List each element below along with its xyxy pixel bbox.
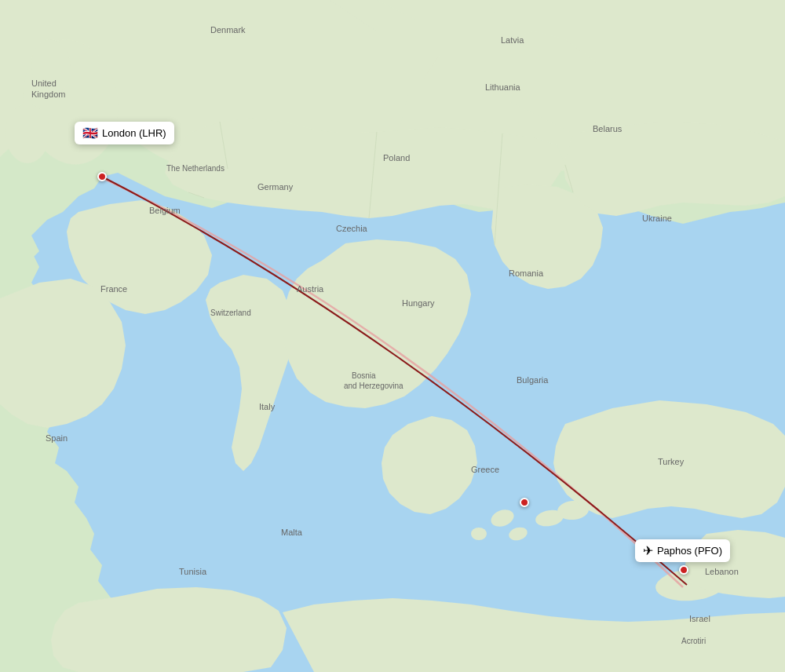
map-svg: United Kingdom Denmark Latvia Lithuania … bbox=[0, 0, 785, 672]
svg-text:Tunisia: Tunisia bbox=[179, 567, 207, 576]
svg-text:Germany: Germany bbox=[257, 182, 294, 192]
svg-text:Bosnia: Bosnia bbox=[352, 371, 376, 380]
svg-text:Kingdom: Kingdom bbox=[31, 89, 65, 99]
svg-text:Austria: Austria bbox=[297, 284, 324, 294]
paphos-airport-dot bbox=[679, 565, 688, 575]
svg-text:France: France bbox=[100, 284, 127, 294]
svg-text:Belarus: Belarus bbox=[593, 124, 623, 133]
svg-text:Greece: Greece bbox=[471, 465, 499, 474]
svg-text:Hungary: Hungary bbox=[402, 298, 435, 308]
svg-text:Israel: Israel bbox=[689, 614, 710, 623]
svg-point-4 bbox=[5, 104, 49, 163]
svg-text:Turkey: Turkey bbox=[658, 457, 685, 466]
svg-text:Spain: Spain bbox=[46, 433, 68, 443]
svg-text:Denmark: Denmark bbox=[210, 25, 246, 35]
svg-text:The Netherlands: The Netherlands bbox=[166, 164, 225, 173]
svg-text:Latvia: Latvia bbox=[501, 35, 524, 45]
svg-text:Poland: Poland bbox=[383, 153, 410, 163]
svg-text:Malta: Malta bbox=[281, 528, 303, 537]
svg-text:Czechia: Czechia bbox=[336, 224, 368, 233]
svg-text:Lithuania: Lithuania bbox=[485, 82, 521, 92]
svg-text:Ukraine: Ukraine bbox=[642, 214, 672, 223]
athens-waypoint-dot bbox=[520, 498, 529, 507]
svg-text:United: United bbox=[31, 79, 57, 88]
svg-text:Italy: Italy bbox=[259, 402, 276, 411]
map-container: United Kingdom Denmark Latvia Lithuania … bbox=[0, 0, 785, 672]
svg-point-6 bbox=[471, 528, 487, 540]
london-airport-dot bbox=[97, 172, 107, 181]
svg-text:and Herzegovina: and Herzegovina bbox=[344, 382, 403, 390]
svg-text:Lebanon: Lebanon bbox=[705, 567, 739, 576]
svg-text:Acrotiri: Acrotiri bbox=[681, 637, 706, 645]
svg-text:Bulgaria: Bulgaria bbox=[517, 375, 549, 385]
svg-text:Switzerland: Switzerland bbox=[210, 309, 251, 317]
svg-text:Belgium: Belgium bbox=[149, 206, 181, 215]
svg-text:Romania: Romania bbox=[509, 268, 544, 278]
